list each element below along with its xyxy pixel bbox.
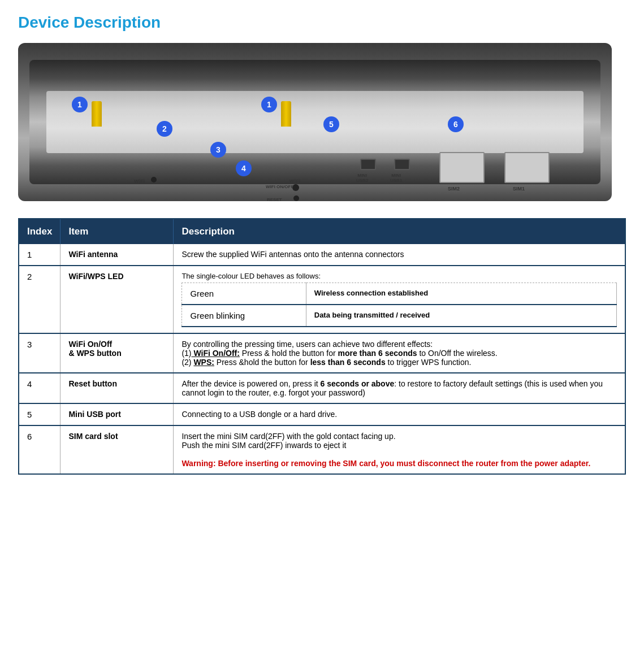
table-row: 2 WiFi/WPS LED The single-colour LED beh… [19,266,625,333]
row-description: Insert the mini SIM card(2FF) with the g… [174,425,625,474]
col-header-description: Description [174,219,625,244]
wps-bold-text: more than 6 seconds [338,349,417,358]
row-description: Connecting to a USB dongle or a hard dri… [174,403,625,425]
wps-label2: WPS: [193,358,214,367]
row-description: Screw the supplied WiFi antennas onto th… [174,244,625,266]
reset-label: RESET [267,197,282,201]
wps-desc-line3: (2) WPS: Press &hold the button for less… [181,358,471,367]
table-row: Green blinking Data being transmitted / … [182,305,617,327]
antenna-right [281,101,291,127]
table-row: 1 WiFi antenna Screw the supplied WiFi a… [19,244,625,266]
sim1-label: SIM1 [513,186,525,192]
sim-warning: Warning: Before inserting or removing th… [181,459,590,468]
table-row: 3 WiFi On/Off& WPS button By controlling… [19,333,625,373]
row-description: The single-colour LED behaves as follows… [174,266,625,333]
badge-1a: 1 [72,97,88,112]
wifi-label: WiFi [134,179,145,184]
col-header-index: Index [19,219,60,244]
badge-5: 5 [323,116,339,132]
mini-usb2-label: MINIUSB2 [356,173,368,183]
row-item: SIM card slot [60,425,174,474]
device-image-container: WiFi WiFi WIFI ON/OFF RESET MINIUSB2 MIN… [18,43,612,201]
table-row: Green Wireless connection established [182,283,617,305]
table-row: 6 SIM card slot Insert the mini SIM card… [19,425,625,474]
table-row: 4 Reset button After the device is power… [19,373,625,403]
description-table: Index Item Description 1 WiFi antenna Sc… [18,218,626,475]
wps-bold-text2: less than 6 seconds [310,358,386,367]
mini-usb1-port [394,159,410,170]
wps-label: WiFi On/Off: [192,349,240,358]
row-item: WiFi antenna [60,244,174,266]
row-item: WiFi On/Off& WPS button [60,333,174,373]
badge-6: 6 [448,116,464,132]
sim1-slot [504,152,550,183]
badge-3: 3 [210,142,226,158]
mini-usb2-port [360,159,376,170]
mini-usb1-label: MINIUSB1 [390,173,402,183]
row-index: 4 [19,373,60,403]
sim2-label: SIM2 [448,186,460,192]
device-image: WiFi WiFi WIFI ON/OFF RESET MINIUSB2 MIN… [18,43,612,201]
row-item: Reset button [60,373,174,403]
row-item: WiFi/WPS LED [60,266,174,333]
badge-1b: 1 [261,97,277,112]
badge-4: 4 [236,160,252,176]
row-index: 2 [19,266,60,333]
sim-line1: Insert the mini SIM card(2FF) with the g… [181,432,395,441]
row-item: Mini USB port [60,403,174,425]
row-index: 3 [19,333,60,373]
row-index: 6 [19,425,60,474]
led-color-table: Green Wireless connection established Gr… [181,283,617,327]
antenna-left [92,101,102,127]
reset-bold: 6 seconds or above [321,379,395,388]
wps-desc-line1: By controlling the pressing time, users … [181,340,433,349]
sim2-slot [439,152,485,183]
wifi-led-dot [151,177,157,183]
led-color: Green blinking [182,305,306,327]
description-top: The single-colour LED behaves as follows… [181,272,617,280]
wifi-label2: WiFi [289,179,300,184]
col-header-item: Item [60,219,174,244]
led-meaning: Wireless connection established [306,283,616,305]
badge-2: 2 [157,121,172,137]
row-index: 1 [19,244,60,266]
wps-desc-line2: (1) WiFi On/Off: Press & hold the button… [181,349,497,358]
table-row: 5 Mini USB port Connecting to a USB dong… [19,403,625,425]
row-description: By controlling the pressing time, users … [174,333,625,373]
row-description: After the device is powered on, press it… [174,373,625,403]
reset-button-dot [293,196,299,201]
led-color: Green [182,283,306,305]
sim-line2: Push the mini SIM card(2FF) inwards to e… [181,441,346,450]
wifi-onoff-label: WIFI ON/OFF [266,184,293,189]
led-meaning: Data being transmitted / received [306,305,616,327]
page-title: Device Description [18,14,626,32]
table-header-row: Index Item Description [19,219,625,244]
row-index: 5 [19,403,60,425]
